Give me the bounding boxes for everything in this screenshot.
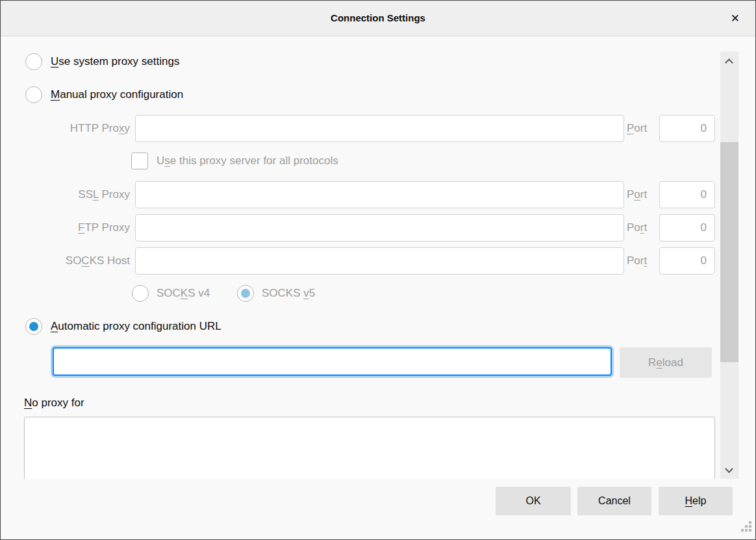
accesskey-underline: t — [644, 254, 647, 267]
label-http-port: Port — [627, 115, 647, 142]
radio-dot — [241, 289, 250, 298]
label-text: S v4 — [188, 287, 210, 299]
label-text: o proxy for — [32, 397, 84, 409]
label-http-proxy: HTTP Proxy — [1, 115, 130, 142]
label-ftp-proxy: FTP Proxy — [1, 214, 130, 241]
label-text: ort — [634, 122, 647, 134]
label-text: KS Host — [90, 254, 130, 267]
accesskey-underline: H — [685, 495, 693, 507]
radio-dot — [29, 322, 38, 331]
label-ssl-proxy: SSL Proxy — [1, 181, 130, 208]
label-text: Proxy — [99, 188, 130, 201]
scrollbar-thumb[interactable] — [720, 142, 738, 362]
scroll-down-icon[interactable] — [725, 465, 733, 473]
label-text: U — [157, 154, 164, 167]
label-socks-v5[interactable]: SOCKS v5 — [262, 285, 315, 302]
accesskey-underline: K — [181, 287, 188, 299]
label-text: utomatic proxy configuration URL — [58, 320, 221, 332]
label-text: load — [662, 356, 683, 369]
label-text: anual proxy configuration — [60, 88, 183, 101]
label-text: 5 — [309, 287, 315, 299]
accesskey-underline: e — [656, 356, 662, 369]
label-share-proxy[interactable]: Use this proxy server for all protocols — [157, 153, 338, 169]
label-automatic-proxy[interactable]: Automatic proxy configuration URL — [51, 318, 221, 335]
close-icon[interactable]: ✕ — [727, 1, 744, 36]
accesskey-underline: v — [303, 287, 309, 299]
label-text: y — [125, 122, 131, 134]
scroll-up-icon[interactable] — [725, 58, 733, 67]
label-socks-port: Port — [627, 247, 647, 275]
http-port-input[interactable] — [659, 115, 715, 142]
socks-port-input[interactable] — [659, 247, 715, 275]
http-proxy-input[interactable] — [135, 115, 624, 142]
label-text: SOC — [157, 287, 181, 299]
help-button[interactable]: Help — [659, 487, 733, 515]
no-proxy-textarea[interactable] — [24, 417, 715, 479]
label-text: R — [648, 356, 656, 369]
ok-button[interactable]: OK — [496, 487, 571, 515]
radio-automatic-proxy[interactable] — [25, 318, 42, 335]
dialog-title: Connection Settings — [1, 1, 755, 36]
accesskey-underline: x — [119, 122, 125, 134]
resize-grip-icon[interactable] — [741, 521, 744, 524]
label-use-system-proxy[interactable]: Use system proxy settings — [51, 53, 179, 70]
label-text: SOCKS — [262, 287, 303, 299]
accesskey-underline: o — [634, 188, 640, 201]
label-ftp-port: Port — [627, 214, 647, 241]
socks-host-input[interactable] — [135, 247, 624, 275]
reload-button[interactable]: Reload — [620, 347, 712, 378]
label-socks-host: SOCKS Host — [1, 247, 130, 275]
accesskey-underline: F — [78, 221, 84, 234]
accesskey-underline: P — [627, 122, 634, 134]
accesskey-underline: A — [51, 320, 58, 332]
label-text: t — [644, 221, 647, 234]
label-text: SS — [78, 188, 93, 201]
checkbox-share-proxy[interactable] — [131, 153, 148, 169]
label-manual-proxy[interactable]: Manual proxy configuration — [51, 86, 183, 103]
scrollbar[interactable] — [720, 51, 738, 479]
radio-socks-v5[interactable] — [237, 285, 254, 302]
radio-use-system-proxy[interactable] — [25, 53, 42, 70]
label-text: Po — [627, 221, 640, 234]
radio-socks-v4[interactable] — [132, 285, 149, 302]
label-text: Por — [627, 254, 644, 267]
label-text: e this proxy server for all protocols — [170, 154, 338, 167]
label-text: SO — [66, 254, 82, 267]
ssl-port-input[interactable] — [659, 181, 715, 208]
cancel-button[interactable]: Cancel — [577, 487, 651, 515]
label-no-proxy-for: No proxy for — [24, 395, 84, 411]
label-text: se system proxy settings — [58, 55, 179, 68]
accesskey-underline: M — [51, 88, 60, 101]
ftp-proxy-input[interactable] — [135, 214, 624, 241]
radio-manual-proxy[interactable] — [25, 86, 42, 103]
accesskey-underline: U — [51, 55, 58, 68]
label-text: HTTP Pro — [70, 122, 119, 134]
accesskey-underline: s — [164, 154, 170, 167]
accesskey-underline: C — [81, 254, 89, 267]
connection-settings-dialog: Connection Settings ✕ Use system proxy s… — [0, 0, 756, 540]
label-text: TP Proxy — [84, 221, 130, 234]
label-socks-v4[interactable]: SOCKS v4 — [157, 285, 210, 302]
ftp-port-input[interactable] — [659, 214, 715, 241]
titlebar: Connection Settings ✕ — [1, 1, 755, 36]
label-ssl-port: Port — [627, 181, 647, 208]
accesskey-underline: L — [93, 188, 99, 201]
label-text: P — [627, 188, 634, 201]
accesskey-underline: N — [24, 397, 32, 409]
proxy-url-input[interactable] — [53, 347, 612, 376]
ssl-proxy-input[interactable] — [135, 181, 624, 208]
label-text: rt — [640, 188, 647, 201]
label-text: elp — [692, 495, 706, 507]
